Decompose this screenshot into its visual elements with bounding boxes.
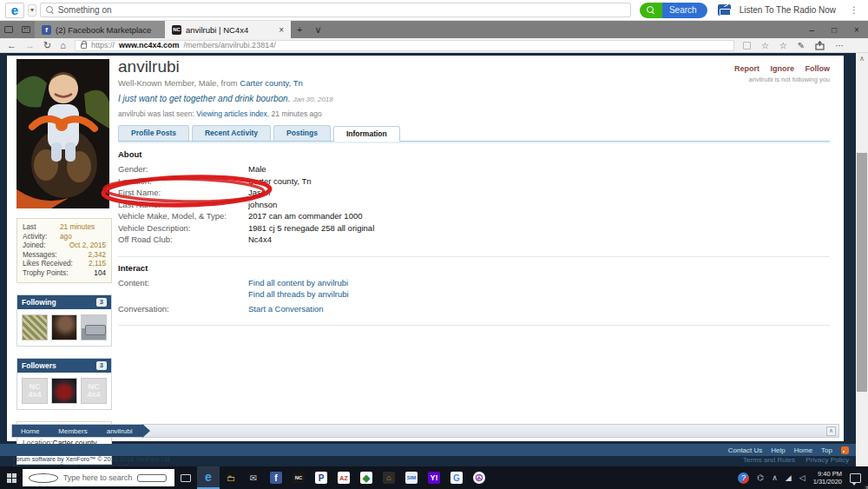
following-avatar[interactable] — [81, 314, 107, 340]
rss-icon[interactable] — [841, 446, 849, 454]
action-center-icon[interactable] — [850, 473, 861, 483]
tab-postings[interactable]: Postings — [273, 125, 331, 141]
last-seen-suffix: , 21 minutes ago — [267, 109, 322, 118]
tab-list-dropdown-icon[interactable]: ∨ — [308, 21, 327, 38]
annotate-pen-icon[interactable]: ✎ — [798, 41, 805, 50]
report-link[interactable]: Report — [734, 64, 760, 73]
task-view-button[interactable] — [174, 466, 197, 489]
following-count-badge: 3 — [96, 298, 107, 307]
taskbar-app-peace[interactable]: ☮ — [468, 466, 490, 489]
logo-dropdown-icon[interactable]: ▾ — [28, 4, 36, 17]
page-scrollbar[interactable]: ∧ — [856, 53, 868, 466]
follower-avatar[interactable] — [51, 378, 77, 404]
tab-recent-activity[interactable]: Recent Activity — [192, 125, 271, 141]
stat-value[interactable]: 2,115 — [89, 260, 106, 269]
interact-section: Interact Content: Find all content by an… — [118, 256, 830, 327]
tab-profile-posts[interactable]: Profile Posts — [118, 125, 189, 141]
home-icon[interactable]: ⌂ — [60, 41, 66, 50]
taskbar-app-store[interactable]: ⌂ — [378, 466, 400, 489]
help-tray-icon[interactable]: ? — [738, 472, 749, 484]
toolbar-search-input[interactable] — [58, 5, 625, 15]
settings-more-icon[interactable]: ⋯ — [835, 41, 844, 50]
add-favorite-icon[interactable]: ☆ — [761, 41, 769, 50]
follower-avatar[interactable]: NC4x4 — [22, 378, 48, 404]
stat-value: 21 minutes ago — [60, 223, 106, 241]
taskbar-app-green[interactable]: ◆ — [355, 466, 378, 489]
forward-icon[interactable]: → — [25, 41, 35, 50]
taskbar-app-yahoo[interactable]: Y! — [423, 466, 445, 489]
footer-top[interactable]: Top — [821, 446, 832, 454]
refresh-icon[interactable]: ↻ — [43, 41, 51, 50]
location-link[interactable]: Carter county, Tn — [240, 78, 303, 88]
taskbar-clock[interactable]: 9:40 PM 1/31/2020 — [813, 470, 842, 486]
radio-toolbar-label[interactable]: Listen To The Radio Now — [740, 5, 836, 15]
url-field[interactable]: https://www.nc4x4.com/members/anvilrubi.… — [75, 40, 734, 51]
taskbar-app-nc4x4[interactable]: NC — [287, 466, 310, 489]
set-aside-tabs-icon[interactable] — [17, 21, 35, 38]
toolbar-search-button[interactable]: Search — [640, 3, 707, 18]
file-explorer-icon[interactable]: 🗀 — [220, 466, 242, 489]
taskbar-edge-icon[interactable]: e — [197, 466, 220, 489]
follower-avatar[interactable]: NC4x4 — [81, 378, 107, 404]
taskbar-app-paypal[interactable]: P — [310, 466, 332, 489]
find-all-content-link[interactable]: Find all content by anvilrubi — [248, 278, 349, 289]
tab-anvilrubi-nc4x4[interactable]: NC anvilrubi | NC4x4 × — [165, 21, 291, 38]
jump-to-top-icon[interactable]: ∧ — [826, 426, 836, 436]
network-icon[interactable]: ◢ — [786, 473, 792, 482]
footer-home[interactable]: Home — [794, 446, 812, 454]
tray-expand-icon[interactable]: ∧ — [772, 473, 778, 482]
footer-help[interactable]: Help — [771, 446, 785, 454]
minimize-button[interactable]: – — [800, 21, 823, 38]
taskbar-app-facebook[interactable]: f2 — [265, 466, 287, 489]
close-window-button[interactable]: × — [845, 21, 868, 38]
tab-information[interactable]: Information — [333, 126, 400, 142]
reading-view-icon[interactable] — [743, 42, 751, 50]
info-label: Location: — [118, 176, 248, 188]
maximize-button[interactable]: □ — [823, 21, 845, 38]
following-avatar[interactable] — [51, 314, 77, 340]
breadcrumb-anvilrubi[interactable]: anvilrubi — [107, 427, 133, 435]
taskbar-app-google[interactable]: G — [445, 466, 468, 489]
breadcrumb-home[interactable]: Home — [21, 427, 39, 435]
toolbar-search-field[interactable] — [40, 3, 631, 17]
privacy-policy-link[interactable]: Privacy Policy — [806, 456, 849, 464]
tab-preview-icon[interactable] — [0, 21, 17, 38]
terms-and-rules-link[interactable]: Terms and Rules — [743, 456, 795, 464]
mail-icon[interactable]: ✉ — [242, 466, 265, 489]
taskbar-app-sim[interactable]: SIM — [400, 466, 423, 489]
stat-value[interactable]: 2,342 — [89, 251, 107, 261]
follow-link[interactable]: Follow — [806, 64, 831, 73]
following-avatar[interactable] — [22, 314, 48, 340]
tab-facebook-marketplace[interactable]: f (2) Facebook Marketplace — [35, 21, 165, 38]
scrollbar-thumb[interactable] — [857, 153, 867, 392]
nc-placeholder-text: 4x4 — [28, 391, 41, 399]
ignore-link[interactable]: Ignore — [771, 64, 795, 73]
stat-value: 104 — [94, 269, 106, 279]
avatar[interactable] — [16, 59, 109, 208]
radio-icon[interactable] — [718, 4, 731, 16]
footer-contact-us[interactable]: Contact Us — [728, 446, 763, 454]
find-all-threads-link[interactable]: Find all threads by anvilrubi — [248, 289, 349, 301]
breadcrumb-members[interactable]: Members — [58, 427, 87, 435]
tab-close-icon[interactable]: × — [279, 25, 284, 35]
share-icon[interactable] — [815, 41, 825, 50]
edge-logo[interactable]: e — [5, 3, 24, 18]
people-tray-icon[interactable]: ⌬ — [757, 473, 764, 482]
taskbar-app-a-to-z[interactable]: AZ — [332, 466, 355, 489]
tab-label: (2) Facebook Marketplace — [56, 25, 151, 35]
mic-icon[interactable] — [137, 474, 167, 482]
back-icon[interactable]: ← — [7, 41, 16, 50]
followers-title[interactable]: Followers — [22, 361, 56, 370]
following-title[interactable]: Following — [22, 298, 56, 307]
start-button[interactable] — [0, 466, 23, 489]
search-button-icon — [647, 6, 654, 14]
hub-icon[interactable]: ☆ — [779, 41, 787, 50]
toolbar-menu-icon[interactable]: ⋮ — [846, 5, 863, 15]
scroll-up-icon[interactable]: ∧ — [856, 53, 868, 63]
new-tab-button[interactable]: + — [291, 21, 308, 38]
start-conversation-link[interactable]: Start a Conversation — [248, 304, 324, 315]
volume-icon[interactable]: ◁ — [799, 473, 806, 482]
last-seen-prefix: anvilrubi was last seen: — [118, 109, 196, 118]
taskbar-search[interactable]: Type here to search — [23, 469, 174, 486]
last-seen-activity-link[interactable]: Viewing articles index — [196, 109, 267, 118]
